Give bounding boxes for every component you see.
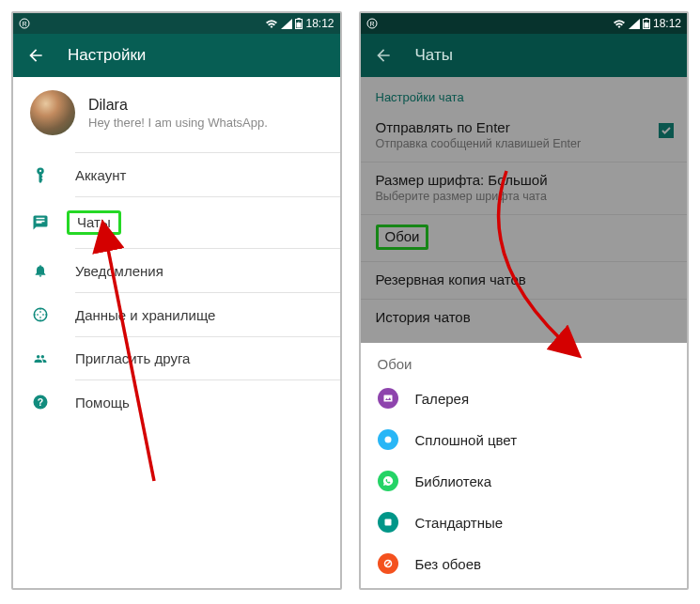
menu-label: Пригласить друга: [75, 350, 190, 366]
svg-rect-16: [384, 519, 391, 526]
whatsapp-icon: [378, 471, 398, 491]
menu-label: Помощь: [75, 395, 130, 410]
settings-content: Dilara Hey there! I am using WhatsApp. А…: [13, 77, 340, 588]
sheet-default[interactable]: Стандартные: [361, 502, 688, 543]
chat-settings-content: Настройки чата Отправлять по Enter Отпра…: [361, 77, 688, 588]
chat-icon: [30, 214, 51, 231]
profile-status: Hey there! I am using WhatsApp.: [88, 116, 268, 130]
people-icon: [30, 352, 51, 365]
menu-label: Аккаунт: [75, 167, 126, 183]
menu-data[interactable]: Данные и хранилище: [13, 293, 340, 336]
sheet-label: Сплошной цвет: [415, 432, 518, 448]
sheet-solid[interactable]: Сплошной цвет: [361, 419, 688, 460]
svg-rect-14: [383, 395, 392, 402]
help-icon: ?: [30, 394, 51, 410]
battery-icon: [295, 18, 303, 29]
svg-text:R: R: [22, 21, 26, 27]
menu-help[interactable]: ? Помощь: [13, 380, 340, 424]
sheet-library[interactable]: Библиотека: [361, 460, 688, 502]
sheet-title: Обои: [361, 343, 688, 378]
signal-icon: [281, 19, 292, 29]
none-icon: [378, 553, 398, 574]
status-time: 18:12: [305, 17, 334, 30]
registered-icon: R: [366, 18, 378, 29]
wallpaper-sheet: Обои Галерея Сплошной цвет Библиотека: [361, 343, 688, 588]
wifi-icon: [265, 19, 278, 29]
data-icon: [30, 306, 51, 323]
svg-text:R: R: [369, 21, 374, 27]
status-bar: R 18:12: [361, 13, 688, 34]
profile-name: Dilara: [88, 97, 268, 114]
signal-icon: [629, 19, 640, 29]
menu-label-highlighted: Чаты: [67, 210, 121, 235]
default-icon: [378, 512, 398, 533]
profile-row[interactable]: Dilara Hey there! I am using WhatsApp.: [13, 77, 340, 152]
battery-icon: [643, 18, 650, 29]
status-time: 18:12: [653, 17, 681, 30]
back-icon[interactable]: [374, 46, 393, 65]
sheet-label: Без обоев: [415, 556, 482, 572]
svg-point-15: [384, 437, 391, 443]
gallery-icon: [378, 388, 398, 409]
svg-point-5: [34, 308, 47, 321]
sheet-none[interactable]: Без обоев: [361, 543, 688, 584]
bell-icon: [30, 262, 51, 279]
page-title: Чаты: [415, 46, 453, 65]
wifi-icon: [613, 19, 626, 29]
sheet-gallery[interactable]: Галерея: [361, 378, 688, 419]
registered-icon: R: [19, 18, 30, 29]
app-bar: Настройки: [13, 34, 340, 77]
avatar: [30, 90, 75, 135]
sheet-label: Библиотека: [415, 473, 492, 489]
menu-label: Уведомления: [75, 263, 163, 279]
app-bar: Чаты: [361, 34, 688, 77]
page-title: Настройки: [68, 46, 146, 65]
back-icon[interactable]: [26, 46, 45, 65]
phone-right: R 18:12 Чаты Настройки чата Отправлять п…: [359, 11, 690, 590]
phone-left: R 18:12 Настройки Dilara Hey there! I am…: [11, 11, 342, 590]
solid-icon: [378, 429, 398, 450]
sheet-label: Стандартные: [415, 515, 504, 531]
status-bar: R 18:12: [13, 13, 340, 34]
menu-notifications[interactable]: Уведомления: [13, 249, 340, 292]
key-icon: [30, 166, 51, 183]
modal-overlay[interactable]: [361, 77, 688, 359]
menu-invite[interactable]: Пригласить друга: [13, 337, 340, 379]
svg-rect-12: [645, 18, 647, 20]
menu-chats[interactable]: Чаты: [13, 197, 340, 248]
menu-account[interactable]: Аккаунт: [13, 153, 340, 196]
svg-text:?: ?: [38, 396, 43, 408]
svg-rect-3: [298, 18, 301, 20]
sheet-label: Галерея: [415, 391, 470, 407]
menu-label: Данные и хранилище: [75, 307, 215, 323]
